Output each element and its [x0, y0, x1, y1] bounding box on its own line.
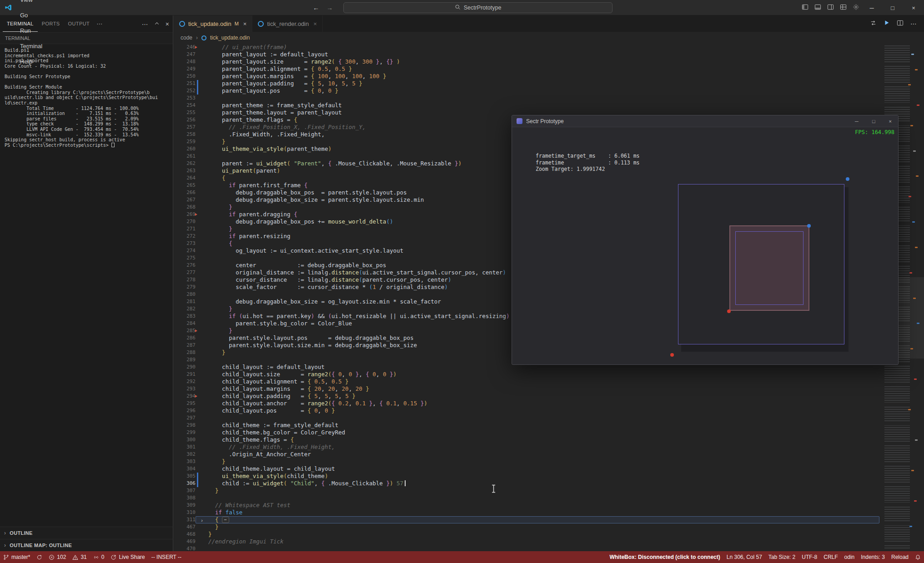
- app-titlebar[interactable]: Sectr Prototype ─ □ ×: [512, 115, 898, 127]
- minimize-button[interactable]: ─: [861, 0, 882, 15]
- close-button[interactable]: ×: [903, 0, 924, 15]
- breadcrumb-folder[interactable]: code: [181, 35, 192, 41]
- app-minimize-button[interactable]: ─: [855, 119, 859, 124]
- whitebox-status[interactable]: WhiteBox: Disconnected (click to connect…: [606, 551, 723, 563]
- split-editor-icon[interactable]: [897, 20, 904, 28]
- panel-tabs-overflow-icon[interactable]: ⋯: [94, 20, 105, 27]
- code-line[interactable]: 308: [174, 494, 883, 502]
- line-number: 298: [174, 422, 196, 429]
- more-actions-icon[interactable]: ⋯: [142, 20, 148, 28]
- gutter-decorations: [196, 95, 208, 102]
- code-line[interactable]: 293 child_layout.margins = { 20, 20, 20,…: [174, 385, 883, 393]
- code-line[interactable]: 468}: [174, 531, 883, 538]
- code-line[interactable]: 253: [174, 95, 883, 102]
- code-line[interactable]: 250 parent_layout.margins = { 100, 100, …: [174, 73, 883, 80]
- code-line[interactable]: 303 }: [174, 458, 883, 465]
- toggle-panel-icon[interactable]: [814, 4, 821, 12]
- close-panel-icon[interactable]: ×: [166, 20, 169, 28]
- code-line[interactable]: 246 // ui_parent(frame): [174, 44, 883, 51]
- more-actions-icon[interactable]: ⋯: [910, 20, 917, 27]
- outline-map-section[interactable]: › OUTLINE MAP: OUTLINE: [0, 539, 173, 551]
- sync-status[interactable]: [33, 551, 45, 563]
- eol-sequence[interactable]: CRLF: [820, 551, 841, 563]
- tab-tick_update.odin[interactable]: tick_update.odinM×: [174, 15, 252, 32]
- warning-count[interactable]: 31: [69, 551, 90, 563]
- error-count[interactable]: 102: [45, 551, 69, 563]
- editor-actions: ⋯: [870, 15, 917, 32]
- menu-go[interactable]: Go: [16, 8, 48, 23]
- maximize-button[interactable]: □: [882, 0, 903, 15]
- code-line[interactable]: 251 parent_layout.padding = { 5, 10, 5, …: [174, 80, 883, 87]
- forward-icon[interactable]: →: [326, 4, 333, 11]
- code-line[interactable]: 309 // Whitespace AST test: [174, 502, 883, 509]
- code-line[interactable]: 248 parent_layout.size = range2( { 300, …: [174, 58, 883, 65]
- tab-close-icon[interactable]: ×: [243, 20, 247, 27]
- tab-tick_render.odin[interactable]: tick_render.odin×: [252, 15, 322, 32]
- fold-badge[interactable]: ⋯: [222, 517, 229, 523]
- code-text: if false: [208, 509, 242, 516]
- warning-icon: [72, 554, 78, 560]
- live-share[interactable]: Live Share: [107, 551, 148, 563]
- code-line[interactable]: 249 parent_layout.alignment = { 0.5, 0.5…: [174, 65, 883, 73]
- code-line[interactable]: 301 // .Fixed_Width, .Fixed_Height,: [174, 443, 883, 451]
- code-line[interactable]: 252 parent_layout.pos = { 0, 0 }: [174, 87, 883, 95]
- maximize-panel-icon[interactable]: [154, 20, 160, 28]
- code-line[interactable]: 254 parent_theme := frame_style_default: [174, 102, 883, 109]
- toggle-sidebar-left-icon[interactable]: [802, 4, 808, 12]
- cursor-position[interactable]: Ln 306, Col 57: [723, 551, 765, 563]
- code-line[interactable]: 302 .Origin_At_Anchor_Center: [174, 451, 883, 458]
- menu-view[interactable]: View: [16, 0, 48, 8]
- customize-layout-icon[interactable]: [840, 4, 847, 12]
- code-line[interactable]: 295 child_layout.anchor = range2({ 0.2, …: [174, 400, 883, 407]
- indents[interactable]: Indents: 3: [858, 551, 888, 563]
- code-line[interactable]: 311› {⋯: [174, 516, 883, 523]
- app-close-button[interactable]: ×: [889, 119, 892, 124]
- code-line[interactable]: 247 parent_layout := default_layout: [174, 51, 883, 58]
- code-line[interactable]: 467 }: [174, 523, 883, 531]
- breadcrumb-file[interactable]: tick_update.odin: [210, 35, 250, 41]
- code-line[interactable]: 304 child_theme.layout = child_layout: [174, 465, 883, 473]
- code-line[interactable]: 307 }: [174, 487, 883, 494]
- code-line[interactable]: 292 child_layout.alignment = { 0.5, 0.5 …: [174, 378, 883, 385]
- line-number: 299: [174, 429, 196, 436]
- code-line[interactable]: 299 child_theme.bg_color = Color_GreyRed: [174, 429, 883, 436]
- vim-mode[interactable]: -- INSERT --: [148, 551, 185, 563]
- tab-size[interactable]: Tab Size: 2: [765, 551, 798, 563]
- panel-tab-output[interactable]: OUTPUT: [64, 15, 94, 32]
- tab-close-icon[interactable]: ×: [313, 20, 317, 27]
- open-changes-icon[interactable]: [870, 20, 877, 28]
- terminal-output[interactable]: Build.ps1incremental_checks.ps1 imported…: [0, 45, 173, 526]
- code-line[interactable]: 300 child_theme.flags = {: [174, 436, 883, 443]
- app-maximize-button[interactable]: □: [872, 119, 875, 124]
- code-line[interactable]: 296 child_layout.pos = { 0, 0 }: [174, 407, 883, 414]
- git-branch-status[interactable]: master*: [0, 551, 33, 563]
- code-line[interactable]: 310 if false: [174, 509, 883, 516]
- notifications[interactable]: [912, 551, 924, 563]
- terminal-line: PS C:\projects\SectrPrototype\scripts>: [5, 143, 173, 148]
- menu-terminal[interactable]: Terminal: [16, 39, 48, 54]
- code-line[interactable]: 294 child_layout.padding = { 5, 5, 5, 5 …: [174, 393, 883, 400]
- code-line[interactable]: 305 ui_theme_via_style(child_theme): [174, 473, 883, 480]
- gutter-decorations: [196, 298, 208, 305]
- menu-help[interactable]: Help: [16, 54, 48, 70]
- broadcast-count[interactable]: 0: [90, 551, 108, 563]
- reload[interactable]: Reload: [888, 551, 912, 563]
- menu-run[interactable]: Run: [16, 23, 48, 39]
- code-line[interactable]: 469//endregion Imgui Tick: [174, 538, 883, 545]
- vscode-logo-icon[interactable]: [0, 4, 16, 11]
- settings-gear-icon[interactable]: [853, 4, 859, 12]
- back-icon[interactable]: ←: [313, 4, 319, 11]
- command-center-search[interactable]: SectrPrototype: [343, 2, 613, 13]
- code-line[interactable]: 298 child_theme := frame_style_default: [174, 422, 883, 429]
- gutter-decorations: [196, 320, 208, 327]
- encoding[interactable]: UTF-8: [798, 551, 820, 563]
- outline-section[interactable]: › OUTLINE: [0, 527, 173, 539]
- code-line[interactable]: 470: [174, 545, 883, 551]
- code-line[interactable]: 291 child_layout.size = range2({ 0, 0 },…: [174, 371, 883, 378]
- language-mode[interactable]: odin: [841, 551, 858, 563]
- sectr-prototype-window[interactable]: Sectr Prototype ─ □ × FPS: 164.998 frame…: [512, 115, 899, 365]
- run-button[interactable]: [884, 20, 890, 28]
- code-line[interactable]: 297: [174, 414, 883, 422]
- code-line[interactable]: 306 child := ui_widget( "Child", { .Mous…: [174, 480, 883, 487]
- toggle-sidebar-right-icon[interactable]: [827, 4, 834, 12]
